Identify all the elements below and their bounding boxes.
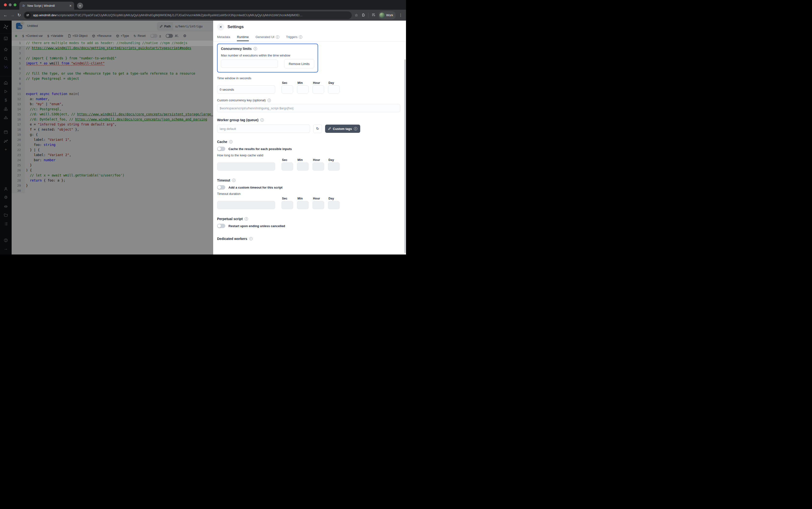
cache-toggle-label: Cache the results for each possible inpu…	[228, 147, 292, 151]
cache-duration-label: How long to the keep cache valid	[217, 154, 400, 157]
drawer-backdrop[interactable]	[0, 21, 213, 254]
info-icon: i	[267, 99, 271, 102]
refresh-icon[interactable]: ↻	[313, 124, 322, 133]
windmill-favicon	[22, 4, 26, 7]
panel-scrollbar[interactable]	[404, 41, 406, 254]
perpetual-toggle[interactable]	[217, 224, 225, 228]
unit-input-sec[interactable]	[282, 85, 293, 94]
browser-tab[interactable]: New Script | Windmill ✕	[20, 2, 74, 10]
tab-triggers[interactable]: Triggersi	[286, 35, 302, 41]
timeout-duration-label: Timeout duration	[217, 192, 400, 196]
reload-icon[interactable]: ↻	[17, 13, 21, 17]
back-icon[interactable]: ←	[3, 13, 7, 17]
unit-label: Day	[328, 197, 340, 200]
profile-avatar	[379, 12, 385, 18]
timeout-duration-row: SecMinHourDay	[217, 197, 400, 209]
browser-profile-chip[interactable]: Work	[379, 11, 396, 20]
dedicated-workers-heading: Dedicated workersi	[217, 237, 400, 241]
zoom-window-button[interactable]	[13, 3, 16, 6]
bookmark-star-icon[interactable]: ☆	[355, 13, 358, 17]
timeout-toggle-label: Add a custom timeout for this script	[228, 186, 283, 189]
unit-label: Min	[297, 81, 308, 84]
browser-chrome: New Script | Windmill ✕ + ← → ↻ app.wind…	[0, 0, 406, 21]
unit-label: Min	[297, 197, 308, 200]
duration-main-input	[217, 162, 275, 171]
extensions-icon[interactable]	[361, 13, 365, 18]
timeout-heading: Timeouti	[217, 178, 400, 182]
unit-input-day[interactable]	[328, 85, 340, 94]
browser-window: New Script | Windmill ✕ + ← → ↻ app.wind…	[0, 0, 406, 254]
info-icon: i	[260, 118, 264, 122]
worker-group-input[interactable]: lang default	[217, 125, 310, 133]
tab-title: New Script | Windmill	[27, 4, 67, 7]
edit-pencil-icon	[328, 127, 331, 130]
perpetual-toggle-label: Restart upon ending unless cancelled	[228, 224, 285, 228]
cache-duration-row: SecMinHourDay	[217, 158, 400, 171]
unit-label: Hour	[312, 81, 324, 84]
unit-label: Sec	[282, 197, 293, 200]
panel-title: Settings	[227, 25, 244, 29]
max-executions-label: Max number of executions within the time…	[221, 54, 314, 57]
tab-close-icon[interactable]: ✕	[69, 4, 72, 7]
unit-input-hour[interactable]	[312, 85, 324, 94]
settings-tabs: Metadata Runtime Generated UIi Triggersi	[213, 33, 406, 41]
unit-label: Hour	[312, 158, 324, 162]
reading-list-icon[interactable]	[372, 13, 375, 18]
settings-content: Concurrency limitsi Max number of execut…	[213, 41, 404, 254]
unit-input-sec	[282, 162, 293, 171]
unit-label: Sec	[282, 81, 293, 84]
url-text: app.windmill.dev/scripts/add#JTdCJTIyaGF…	[33, 13, 302, 17]
cache-toggle[interactable]	[217, 147, 225, 151]
max-executions-input[interactable]	[221, 60, 278, 68]
unit-label: Min	[297, 158, 308, 162]
unit-label: Hour	[312, 197, 324, 200]
unit-input-day	[328, 201, 340, 209]
close-icon[interactable]: ✕	[217, 23, 224, 31]
profile-name: Work	[386, 13, 393, 17]
unit-input-hour	[312, 162, 324, 171]
unit-label: Sec	[282, 158, 293, 162]
info-icon: i	[354, 127, 357, 130]
info-icon: i	[254, 47, 257, 50]
tab-generated-ui[interactable]: Generated UIi	[256, 35, 279, 41]
browser-toolbar: ← → ↻ app.windmill.dev/scripts/add#JTdCJ…	[0, 10, 406, 21]
concurrency-limits-section: Concurrency limitsi Max number of execut…	[217, 44, 318, 72]
remove-limits-button[interactable]: Remove Limits	[284, 59, 314, 68]
unit-input-sec	[282, 201, 293, 209]
time-window-duration-row: 0 secondsSecMinHourDay	[217, 81, 400, 94]
cache-heading: Cachei	[217, 140, 400, 144]
tab-runtime[interactable]: Runtime	[237, 35, 249, 41]
address-bar[interactable]: app.windmill.dev/scripts/add#JTdCJTIyaGF…	[24, 11, 352, 19]
duration-main-input[interactable]: 0 seconds	[217, 85, 275, 94]
unit-input-min	[297, 201, 308, 209]
info-icon: i	[276, 35, 279, 39]
minimize-window-button[interactable]	[9, 3, 12, 6]
timeout-toggle[interactable]	[217, 185, 225, 190]
worker-group-heading: Worker group tag (queue)i	[217, 118, 400, 122]
unit-input-min[interactable]	[297, 85, 308, 94]
tab-strip: New Script | Windmill ✕ +	[0, 0, 406, 10]
forward-icon: →	[10, 13, 14, 17]
site-info-icon[interactable]	[25, 12, 31, 19]
close-window-button[interactable]	[4, 3, 7, 6]
info-icon: i	[245, 217, 248, 220]
concurrency-heading: Concurrency limitsi	[221, 47, 314, 50]
unit-input-hour	[312, 201, 324, 209]
duration-main-input	[217, 201, 275, 209]
new-tab-button[interactable]: +	[77, 3, 83, 9]
tab-metadata[interactable]: Metadata	[217, 35, 230, 41]
custom-key-input[interactable]: $workspace/script/u/henri/intriguing_scr…	[217, 104, 400, 112]
scrollbar-thumb[interactable]	[404, 59, 406, 253]
browser-menu-kebab-icon[interactable]: ⋮	[399, 13, 403, 17]
custom-key-label: Custom concurrency key (optional)i	[217, 98, 400, 102]
settings-panel: ✕ Settings Metadata Runtime Generated UI…	[213, 21, 406, 254]
windmill-app: $ + ⚙	[0, 21, 406, 254]
unit-label: Day	[328, 81, 340, 84]
unit-input-day	[328, 162, 340, 171]
info-icon: i	[249, 237, 253, 240]
time-window-label: Time window in seconds	[217, 76, 400, 80]
window-controls	[4, 3, 16, 6]
unit-label: Day	[328, 158, 340, 162]
custom-tags-button[interactable]: Custom tagsi	[325, 125, 360, 133]
unit-input-min	[297, 162, 308, 171]
